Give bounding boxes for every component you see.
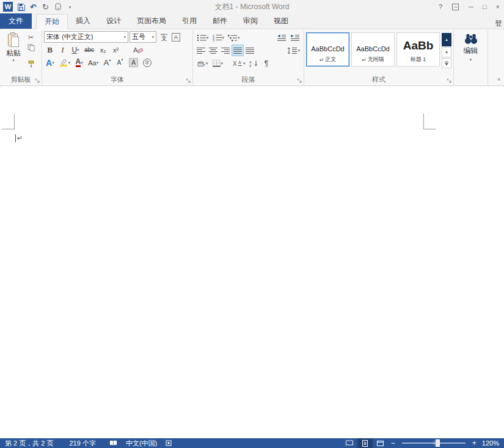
paste-dropdown-icon[interactable]: ▾ bbox=[12, 58, 15, 62]
zoom-slider[interactable] bbox=[402, 443, 466, 444]
editing-button[interactable]: 编辑 ▾ bbox=[456, 31, 486, 74]
zoom-slider-handle[interactable] bbox=[436, 439, 440, 447]
print-layout-button[interactable] bbox=[357, 438, 373, 448]
font-size-select[interactable]: 五号 ▾ bbox=[130, 31, 156, 43]
shading-button[interactable]: ▾ bbox=[195, 57, 210, 69]
cut-icon: ✂ bbox=[28, 34, 34, 42]
zoom-in-button[interactable]: + bbox=[469, 438, 480, 448]
show-hide-marks-button[interactable]: ¶ bbox=[261, 57, 272, 69]
paste-clipboard-icon bbox=[7, 32, 20, 47]
binoculars-icon bbox=[464, 33, 478, 45]
character-border-button[interactable]: A bbox=[170, 31, 182, 43]
tab-file[interactable]: 文件 bbox=[0, 13, 32, 29]
format-painter-button[interactable] bbox=[25, 59, 37, 69]
tab-review[interactable]: 审阅 bbox=[235, 13, 266, 29]
tab-home[interactable]: 开始 bbox=[36, 14, 68, 29]
proofing-status-button[interactable] bbox=[106, 438, 121, 448]
ribbon-display-options-button[interactable] bbox=[451, 3, 459, 11]
minimize-button[interactable]: ─ bbox=[469, 4, 473, 10]
bullets-button[interactable]: ▾ bbox=[195, 32, 211, 43]
maximize-button[interactable]: □ bbox=[483, 4, 487, 10]
touch-mode-button[interactable] bbox=[54, 2, 62, 12]
tab-view[interactable]: 视图 bbox=[266, 13, 296, 29]
line-spacing-icon bbox=[287, 47, 298, 54]
character-shading-button[interactable]: A bbox=[127, 57, 140, 68]
document-area[interactable]: ↵ bbox=[0, 87, 504, 438]
sign-in-link[interactable]: 登 bbox=[493, 18, 504, 29]
svg-text:A: A bbox=[249, 60, 252, 63]
multilevel-list-button[interactable]: ▾ bbox=[226, 32, 242, 43]
undo-button[interactable]: ↶ bbox=[29, 2, 37, 12]
align-left-button[interactable] bbox=[195, 45, 207, 56]
align-center-button[interactable] bbox=[207, 45, 219, 56]
zoom-out-button[interactable]: − bbox=[388, 438, 398, 448]
styles-dialog-launcher[interactable] bbox=[446, 78, 453, 84]
help-button[interactable]: ? bbox=[439, 4, 442, 10]
decrease-indent-button[interactable] bbox=[275, 32, 288, 43]
shrink-font-button[interactable]: A▾ bbox=[114, 57, 126, 68]
macro-record-button[interactable] bbox=[162, 438, 175, 448]
zoom-level[interactable]: 120% bbox=[480, 438, 504, 448]
line-spacing-button[interactable]: ▾ bbox=[285, 45, 302, 56]
justify-button[interactable] bbox=[232, 45, 244, 56]
line-spacing-dropdown-icon: ▾ bbox=[298, 48, 300, 52]
word-app-icon[interactable]: W bbox=[3, 2, 13, 12]
cut-button[interactable]: ✂ bbox=[25, 32, 37, 42]
asian-layout-button[interactable]: XA ▾ bbox=[231, 57, 247, 69]
clipboard-dialog-launcher[interactable] bbox=[34, 78, 41, 84]
tab-insert[interactable]: 插入 bbox=[68, 13, 98, 29]
change-case-button[interactable]: Aa▾ bbox=[86, 57, 100, 68]
bold-button[interactable]: B bbox=[44, 44, 56, 56]
styles-more-button[interactable] bbox=[442, 58, 451, 68]
font-dialog-launcher[interactable] bbox=[185, 78, 192, 84]
web-layout-button[interactable] bbox=[373, 438, 388, 448]
superscript-icon: x² bbox=[113, 46, 119, 54]
subscript-button[interactable]: x₂ bbox=[97, 44, 109, 56]
italic-button[interactable]: I bbox=[57, 44, 68, 56]
enclose-characters-button[interactable]: 字 bbox=[141, 57, 153, 68]
read-mode-button[interactable] bbox=[342, 438, 357, 448]
clear-formatting-button[interactable]: A bbox=[131, 44, 145, 56]
tab-page-layout[interactable]: 页面布局 bbox=[129, 13, 174, 29]
close-button[interactable]: × bbox=[496, 4, 500, 10]
page-indicator[interactable]: 第 2 页，共 2 页 bbox=[0, 438, 58, 448]
font-color-button[interactable]: A▾ bbox=[73, 57, 85, 68]
paste-button[interactable]: 粘贴 ▾ bbox=[2, 31, 25, 74]
grow-font-button[interactable]: A▴ bbox=[101, 57, 113, 68]
copy-button[interactable] bbox=[25, 43, 37, 52]
tab-references[interactable]: 引用 bbox=[174, 13, 205, 29]
style-no-spacing[interactable]: AaBbCcDd ↵ 无间隔 bbox=[351, 32, 395, 67]
align-right-button[interactable] bbox=[219, 45, 232, 56]
collapse-ribbon-button[interactable]: ^ bbox=[497, 78, 500, 85]
distribute-button[interactable] bbox=[244, 45, 256, 56]
language-indicator[interactable]: 中文(中国) bbox=[121, 438, 162, 448]
sort-button[interactable]: AZ bbox=[247, 57, 261, 69]
redo-button[interactable]: ↻ bbox=[42, 2, 49, 12]
font-name-select[interactable]: 宋体 (中文正文) ▾ bbox=[44, 31, 128, 43]
text-effects-button[interactable]: A▾ bbox=[44, 57, 56, 68]
qat-customize-button[interactable]: ▾ bbox=[66, 2, 74, 12]
shrink-font-arrow-icon: ▾ bbox=[121, 57, 123, 62]
styles-scroll-down-button[interactable]: ▾ bbox=[442, 47, 451, 57]
window-controls: ? ─ □ × bbox=[439, 3, 501, 11]
superscript-button[interactable]: x² bbox=[110, 44, 122, 56]
dialog-launcher-icon bbox=[297, 78, 302, 84]
save-button[interactable] bbox=[17, 2, 25, 12]
strikethrough-button[interactable]: abc bbox=[82, 44, 96, 56]
paragraph-dialog-launcher[interactable] bbox=[296, 78, 303, 84]
style-heading1[interactable]: AaBb 标题 1 bbox=[396, 32, 440, 67]
word-logo-letter: W bbox=[5, 3, 11, 10]
underline-button[interactable]: U▾ bbox=[70, 44, 81, 56]
highlight-button[interactable]: ▾ bbox=[57, 57, 73, 68]
tab-design[interactable]: 设计 bbox=[98, 13, 129, 29]
word-count[interactable]: 219 个字 bbox=[64, 438, 100, 448]
style-normal[interactable]: AaBbCcDd ↵ 正文 bbox=[306, 32, 349, 67]
tab-mailings[interactable]: 邮件 bbox=[205, 13, 235, 29]
styles-scroll-up-button[interactable]: ▴ bbox=[442, 33, 451, 46]
borders-button[interactable]: ▾ bbox=[210, 57, 225, 69]
phonetic-guide-button[interactable]: wén 文 bbox=[158, 31, 170, 43]
quick-access-toolbar: ↶ ↻ ▾ bbox=[17, 2, 74, 12]
increase-indent-button[interactable] bbox=[288, 32, 302, 43]
numbering-button[interactable]: 123 ▾ bbox=[211, 32, 227, 43]
clipboard-group-body: 粘贴 ▾ ✂ bbox=[0, 30, 42, 75]
